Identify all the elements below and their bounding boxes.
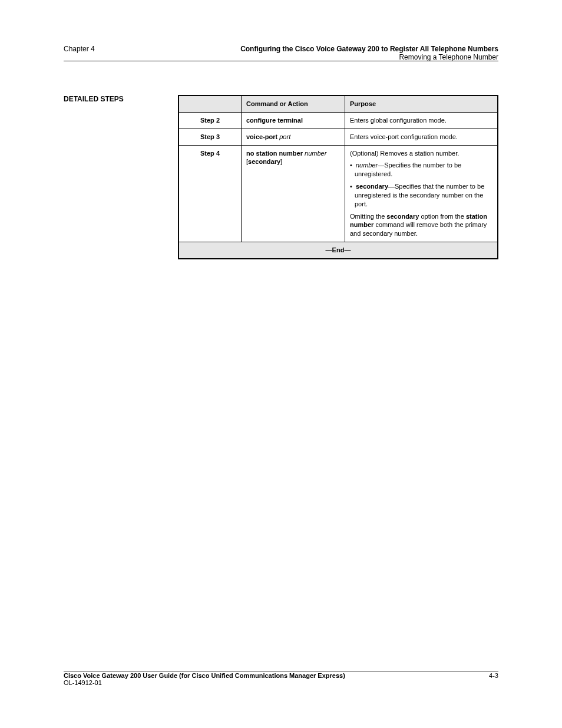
footer-left: Cisco Voice Gateway 200 User Guide (for … <box>64 672 345 686</box>
table-end-row: —End— <box>179 242 498 259</box>
footer-rule <box>64 671 498 671</box>
header-title-sub: Removing a Telephone Number <box>240 53 498 61</box>
header-title: Configuring the Cisco Voice Gateway 200 … <box>240 45 498 61</box>
purpose-line: Omitting the secondary option from the s… <box>350 212 492 239</box>
table-header-command: Command or Action <box>242 96 345 113</box>
header-chapter: Chapter 4 <box>64 45 95 53</box>
step-label: Step 2 <box>179 112 242 129</box>
header-rule <box>64 61 498 61</box>
detailed-steps-heading: DETAILED STEPS <box>64 95 170 103</box>
step-purpose: Enters global configuration mode. <box>345 112 498 129</box>
table-header-purpose: Purpose <box>345 96 498 113</box>
purpose-bullet: • number—Specifies the number to be unre… <box>355 161 492 179</box>
table-end-label: —End— <box>179 242 498 259</box>
footer-page-number: 4-3 <box>489 672 498 679</box>
table-header-row: Command or Action Purpose <box>179 96 498 113</box>
footer-doc-title: Cisco Voice Gateway 200 User Guide (for … <box>64 672 345 679</box>
table-header-blank <box>179 96 242 113</box>
table-row: Step 2 configure terminal Enters global … <box>179 112 498 129</box>
table-row: Step 4 no station number number [seconda… <box>179 145 498 242</box>
step-command: no station number number [secondary] <box>242 145 345 242</box>
purpose-bullet: • secondary—Specifies that the number to… <box>355 182 492 209</box>
step-command: voice-port port <box>242 129 345 145</box>
step-purpose: Enters voice-port configuration mode. <box>345 129 498 145</box>
purpose-line: (Optional) Removes a station number. <box>350 149 492 158</box>
step-label: Step 3 <box>179 129 242 145</box>
step-purpose: (Optional) Removes a station number. • n… <box>345 145 498 242</box>
table-row: Step 3 voice-port port Enters voice-port… <box>179 129 498 145</box>
header-title-main: Configuring the Cisco Voice Gateway 200 … <box>240 45 498 53</box>
footer-doc-id: OL-14912-01 <box>64 679 345 686</box>
step-label: Step 4 <box>179 145 242 242</box>
step-command: configure terminal <box>242 112 345 129</box>
steps-table: Command or Action Purpose Step 2 configu… <box>178 95 498 259</box>
